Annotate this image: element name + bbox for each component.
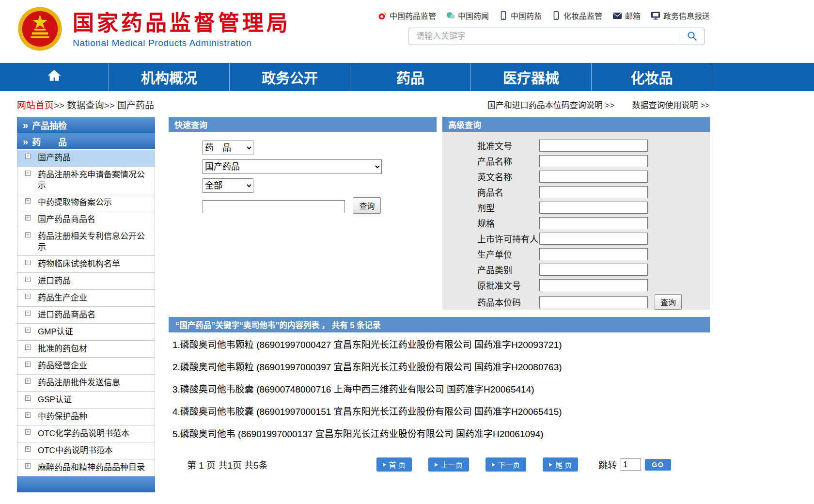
result-row[interactable]: 2.磷酸奥司他韦颗粒 (86901997000397 宜昌东阳光长江药业股份有限… — [169, 355, 710, 377]
sidebar-item-registration-supplement[interactable]: +药品注册补充申请备案情况公示 — [17, 167, 155, 194]
sidebar-item-imported-drugs[interactable]: +进口药品 — [17, 273, 155, 290]
site-logo[interactable]: 国家药品监督管理局 National Medical Products Admi… — [17, 6, 291, 54]
link-label: 化妆品监管 — [564, 10, 602, 21]
field-label-license-holder: 上市许可持有人 — [477, 232, 539, 245]
nav-item-organization[interactable]: 机构概况 — [109, 63, 230, 91]
breadcrumb-home[interactable]: 网站首页 — [17, 100, 54, 110]
sidebar-item-approval-dispatch-info[interactable]: +药品注册批件发送信息 — [17, 375, 155, 392]
sub-header: 网站首页>> 数据查询>> 国产药品 国产和进口药品本位码查询说明 >> 数据查… — [0, 91, 814, 117]
sidebar-item-label: 进口药品商品名 — [38, 310, 95, 319]
sidebar-section-drugs[interactable]: » 药 品 — [17, 133, 155, 150]
sidebar-item-imported-trade-names[interactable]: +进口药品商品名 — [17, 307, 155, 324]
results-section: “国产药品”关键字“奥司他韦”的内容列表 ， 共有 5 条记录 1.磷酸奥司他韦… — [169, 317, 710, 444]
magnifier-icon — [687, 31, 697, 43]
nav-item-cosmetics[interactable]: 化妆品 — [592, 63, 712, 91]
search-button[interactable] — [679, 28, 704, 45]
link-gov-info-report[interactable]: 政务信息报送 — [650, 10, 710, 21]
first-page-button[interactable]: 首 页 — [376, 457, 412, 472]
approval-number-input[interactable] — [539, 140, 648, 152]
sidebar-item-otc-chemical-inserts[interactable]: +OTC化学药品说明书范本 — [17, 425, 155, 442]
list-node-icon: + — [25, 463, 31, 469]
sidebar-item-gmp-certification[interactable]: +GMP认证 — [17, 324, 155, 341]
nav-item-medical-devices[interactable]: 医疗器械 — [471, 63, 592, 91]
prev-page-button[interactable]: 上一页 — [428, 457, 469, 472]
wechat-icon — [446, 11, 455, 20]
link-drug-news[interactable]: 中国药闻 — [446, 10, 489, 21]
field-label-trade-name: 商品名 — [477, 186, 539, 198]
sidebar-item-drug-manufacturers[interactable]: +药品生产企业 — [17, 290, 155, 307]
mobile-phone-icon — [551, 11, 561, 20]
advanced-query-search-button[interactable]: 查询 — [655, 294, 682, 310]
help-link-barcode-instructions[interactable]: 国产和进口药品本位码查询说明 >> — [487, 98, 615, 110]
quick-query-category-select[interactable]: 药 品 — [203, 141, 253, 155]
triangle-icon — [435, 463, 438, 467]
quick-query-keyword-input[interactable] — [203, 200, 345, 213]
sidebar-item-label: 中药提取物备案公示 — [38, 198, 112, 207]
field-label-manufacturer: 生产单位 — [477, 248, 539, 260]
result-row[interactable]: 3.磷酸奥司他韦胶囊 (86900748000716 上海中西三维药业有限公司 … — [169, 377, 710, 399]
link-cosmetics-app[interactable]: 化妆品监管 — [551, 10, 602, 21]
sidebar-section-product-sampling[interactable]: » 产品抽检 — [17, 117, 155, 133]
last-page-button[interactable]: 尾 页 — [543, 457, 578, 472]
weibo-icon — [377, 11, 387, 20]
sidebar-item-tcm-extract-filing[interactable]: +中药提取物备案公示 — [17, 194, 155, 211]
breadcrumb: 网站首页>> 数据查询>> 国产药品 — [17, 98, 154, 111]
trade-name-input[interactable] — [539, 186, 648, 198]
original-approval-number-input[interactable] — [539, 279, 648, 291]
link-drug-supervision[interactable]: 中国药品监管 — [377, 10, 436, 21]
double-chevron-icon: » — [23, 137, 28, 146]
go-button[interactable]: GO — [645, 459, 671, 471]
national-emblem-icon — [17, 6, 63, 54]
jump-page-input[interactable] — [621, 458, 641, 471]
breadcrumb-data-query[interactable]: 数据查询 — [67, 100, 104, 110]
list-node-icon: + — [25, 311, 31, 316]
quick-query-type-select[interactable]: 国产药品 — [203, 159, 382, 174]
help-link-query-instructions[interactable]: 数据查询使用说明 >> — [632, 98, 710, 110]
sidebar-item-gsp-certification[interactable]: +GSP认证 — [17, 392, 155, 409]
license-holder-input[interactable] — [539, 233, 648, 245]
sidebar: » 产品抽检 » 药 品 +国产药品 +药品注册补充申请备案情况公示 +中药提取… — [17, 117, 155, 493]
sidebar-section-header-partial[interactable] — [17, 476, 155, 493]
site-subtitle: National Medical Products Administration — [73, 38, 291, 48]
breadcrumb-current: 国产药品 — [117, 100, 154, 110]
mobile-phone-icon — [499, 11, 508, 20]
specification-input[interactable] — [539, 217, 648, 229]
result-row[interactable]: 1.磷酸奥司他韦颗粒 (86901997000427 宜昌东阳光长江药业股份有限… — [169, 332, 710, 355]
sidebar-item-drug-distributors[interactable]: +药品经营企业 — [17, 358, 155, 375]
dosage-form-input[interactable] — [539, 202, 648, 214]
sidebar-item-clinical-trial-institutions[interactable]: +药物临床试验机构名单 — [17, 256, 155, 273]
result-row[interactable]: 5.磷酸奥司他韦 (86901997000137 宜昌东阳光长江药业股份有限公司… — [169, 422, 710, 444]
nav-home[interactable] — [0, 63, 109, 91]
sidebar-item-narcotic-psychotropic-catalog[interactable]: +麻醉药品和精神药品品种目录 — [17, 459, 155, 476]
result-row[interactable]: 4.磷酸奥司他韦胶囊 (86901997000151 宜昌东阳光长江药业股份有限… — [169, 399, 710, 422]
advanced-query-panel: 高级查询 批准文号 产品名称 英文名称 商品名 剂型 规格 上市许可持有人 生产… — [442, 117, 710, 310]
list-node-icon: + — [25, 260, 31, 265]
manufacturer-input[interactable] — [539, 248, 648, 260]
sidebar-item-domestic-drugs[interactable]: +国产药品 — [17, 150, 155, 167]
sidebar-item-label: 国产药品商品名 — [38, 215, 95, 224]
nav-item-drugs[interactable]: 药品 — [350, 63, 471, 91]
sidebar-item-tcm-protected-varieties[interactable]: +中药保护品种 — [17, 409, 155, 425]
panel-title: 高级查询 — [448, 118, 481, 130]
sidebar-item-domestic-trade-names[interactable]: +国产药品商品名 — [17, 211, 155, 228]
product-category-input[interactable] — [539, 264, 648, 276]
english-name-input[interactable] — [539, 171, 648, 183]
jump-label: 跳转 — [598, 458, 617, 471]
sidebar-item-otc-tcm-inserts[interactable]: +OTC中药说明书范本 — [17, 442, 155, 459]
sidebar-item-patent-info[interactable]: +药品注册相关专利信息公开公示 — [17, 228, 155, 256]
quick-query-search-button[interactable]: 查询 — [353, 197, 381, 214]
link-drug-app[interactable]: 中国药监 — [499, 10, 542, 21]
link-label: 政务信息报送 — [663, 10, 710, 21]
drug-barcode-input[interactable] — [539, 296, 648, 308]
sidebar-item-approved-packaging[interactable]: +批准的药包材 — [17, 341, 155, 358]
next-page-button[interactable]: 下一页 — [485, 457, 526, 472]
home-icon — [47, 68, 62, 87]
list-node-icon: + — [25, 412, 31, 418]
quick-query-scope-select[interactable]: 全部 — [203, 178, 253, 193]
product-name-input[interactable] — [539, 155, 648, 167]
search-input[interactable] — [416, 32, 679, 41]
nav-item-gov-affairs[interactable]: 政务公开 — [230, 63, 350, 91]
sidebar-item-label: 麻醉药品和精神药品品种目录 — [38, 463, 145, 472]
link-mailbox[interactable]: 邮箱 — [612, 10, 641, 21]
list-node-icon: + — [25, 171, 31, 176]
